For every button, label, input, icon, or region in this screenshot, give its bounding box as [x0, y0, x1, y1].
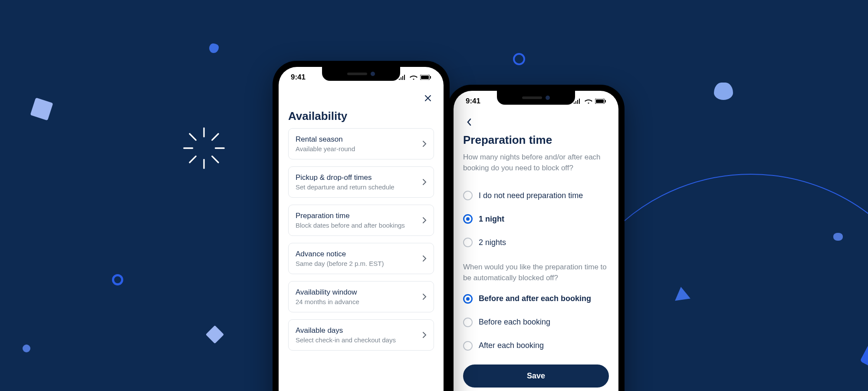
radio-1-night[interactable]: 1 night: [463, 207, 609, 231]
wifi-icon: [410, 75, 418, 80]
list-item-title: Available days: [296, 326, 396, 335]
radio-icon: [463, 214, 473, 224]
chevron-right-icon: [422, 255, 427, 262]
list-item-title: Availability window: [296, 288, 359, 297]
close-icon: [424, 95, 431, 102]
svg-rect-9: [421, 76, 429, 79]
chevron-left-icon: [467, 118, 472, 126]
list-item-sub: Same day (before 2 p.m. EST): [296, 260, 384, 267]
radio-label: 2 nights: [479, 238, 506, 247]
chevron-right-icon: [422, 179, 427, 186]
battery-icon: [595, 99, 606, 104]
close-button[interactable]: [422, 92, 434, 104]
radio-label: I do not need preparation time: [479, 191, 583, 200]
chevron-right-icon: [422, 293, 427, 300]
status-time: 9:41: [291, 73, 306, 82]
radio-label: 1 night: [479, 215, 504, 224]
radio-after-each[interactable]: After each booking: [463, 334, 609, 358]
radio-icon: [463, 318, 473, 327]
chevron-right-icon: [422, 140, 427, 147]
item-advance-notice[interactable]: Advance notice Same day (before 2 p.m. E…: [288, 243, 434, 274]
list-item-title: Advance notice: [296, 250, 384, 258]
section-question: When would you like the preparation time…: [463, 262, 609, 283]
deco-ring-small: [112, 274, 123, 285]
item-pickup-dropoff[interactable]: Pickup & drop-off times Set departure an…: [288, 166, 434, 198]
chevron-right-icon: [422, 217, 427, 224]
page-title: Availability: [288, 109, 434, 123]
radio-label: Before each booking: [479, 318, 550, 327]
item-available-days[interactable]: Available days Select check-in and check…: [288, 319, 434, 351]
list-item-title: Preparation time: [296, 212, 405, 220]
wifi-icon: [585, 99, 592, 104]
deco-starburst: [180, 124, 228, 172]
radio-before-each[interactable]: Before each booking: [463, 311, 609, 334]
list-item-sub: Block dates before and after bookings: [296, 222, 405, 229]
list-item-title: Pickup & drop-off times: [296, 173, 395, 182]
page-subtitle: How many nights before and/or after each…: [463, 152, 609, 173]
deco-rounded-tri: [714, 83, 733, 100]
svg-line-4: [190, 134, 196, 140]
deco-dot: [23, 345, 30, 352]
status-time: 9:41: [466, 97, 480, 106]
item-rental-season[interactable]: Rental season Available year-round: [288, 128, 434, 159]
battery-icon: [420, 75, 431, 80]
radio-icon: [463, 341, 473, 351]
list-item-sub: Select check-in and checkout days: [296, 336, 396, 344]
radio-2-nights[interactable]: 2 nights: [463, 231, 609, 254]
phone-preparation-time: 9:41 Preparation time How many nights be…: [447, 85, 625, 391]
deco-diamond: [30, 98, 53, 121]
radio-no-prep-time[interactable]: I do not need preparation time: [463, 184, 609, 207]
deco-ring: [513, 53, 525, 65]
deco-blob: [209, 43, 219, 53]
list-item-title: Rental season: [296, 135, 355, 144]
radio-icon: [463, 191, 473, 200]
item-preparation-time[interactable]: Preparation time Block dates before and …: [288, 205, 434, 236]
phone-availability: 9:41 Availability Rental season: [273, 61, 450, 391]
back-button[interactable]: [463, 116, 475, 128]
svg-rect-13: [605, 100, 606, 103]
deco-square: [860, 344, 868, 370]
radio-label: Before and after each booking: [479, 294, 591, 303]
radio-label: After each booking: [479, 341, 544, 350]
svg-line-5: [212, 156, 218, 162]
radio-before-and-after[interactable]: Before and after each booking: [463, 287, 609, 311]
radio-icon: [463, 294, 473, 304]
list-item-sub: 24 months in advance: [296, 298, 359, 305]
list-item-sub: Set departure and return schedule: [296, 183, 395, 191]
save-button[interactable]: Save: [463, 364, 609, 388]
svg-line-7: [212, 134, 218, 140]
phone-notch: [497, 91, 575, 105]
svg-line-6: [190, 156, 196, 162]
deco-diamond-2: [206, 325, 224, 344]
svg-rect-12: [596, 99, 604, 103]
radio-icon: [463, 238, 473, 247]
item-availability-window[interactable]: Availability window 24 months in advance: [288, 281, 434, 312]
list-item-sub: Available year-round: [296, 145, 355, 152]
phone-notch: [322, 67, 400, 81]
page-title: Preparation time: [463, 133, 609, 147]
svg-rect-10: [430, 76, 431, 79]
chevron-right-icon: [422, 331, 427, 338]
